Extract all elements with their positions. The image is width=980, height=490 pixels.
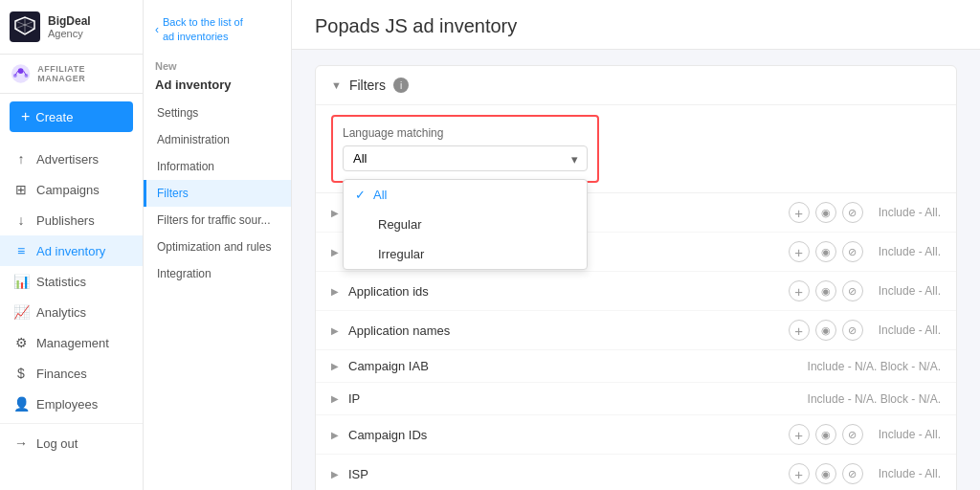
sidebar-item-management[interactable]: ⚙ Management: [0, 327, 143, 358]
filter-row-status: Include - All.: [879, 323, 941, 337]
sidebar-item-ad-inventory[interactable]: ≡ Ad inventory: [0, 235, 143, 266]
sub-section-title: Ad inventory: [144, 76, 291, 100]
svg-point-2: [18, 68, 24, 74]
sidebar-item-logout[interactable]: → Log out: [0, 428, 143, 458]
sidebar-item-finances[interactable]: $ Finances: [0, 358, 143, 389]
filter-toggle-button[interactable]: ◉: [815, 202, 836, 223]
main-body: ▼ Filters i Language matching All Regula…: [292, 50, 980, 490]
dropdown-option-regular[interactable]: Regular: [344, 210, 587, 239]
filter-expand-icon[interactable]: ▶: [331, 286, 339, 297]
sidebar-item-campaigns[interactable]: ⊞ Campaigns: [0, 174, 143, 205]
filter-row: ▶ Application ids + ◉ ⊘ Include - All.: [316, 272, 956, 311]
filter-toggle-button[interactable]: ◉: [815, 241, 836, 262]
sub-sidebar: ‹ Back to the list ofad inventories New …: [144, 0, 292, 490]
language-dropdown-open: ✓ All Regular Irregular: [343, 179, 588, 270]
sidebar-item-analytics[interactable]: 📈 Analytics: [0, 297, 143, 327]
filter-block-button[interactable]: ⊘: [842, 241, 863, 262]
filter-toggle-button[interactable]: ◉: [815, 320, 836, 341]
page-header: Popads JS ad inventory: [292, 0, 980, 50]
sub-nav-optimization[interactable]: Optimization and rules: [144, 234, 291, 260]
filter-add-button[interactable]: +: [789, 241, 810, 262]
filter-expand-icon[interactable]: ▶: [331, 430, 339, 440]
sub-nav-integration[interactable]: Integration: [144, 260, 291, 287]
filter-add-button[interactable]: +: [789, 463, 810, 484]
filter-row-name: Campaign IDs: [348, 428, 781, 442]
filter-expand-icon[interactable]: ▶: [331, 247, 339, 257]
check-icon: ✓: [355, 188, 366, 202]
filter-block-button[interactable]: ⊘: [842, 320, 863, 341]
filter-block-button[interactable]: ⊘: [842, 280, 863, 301]
filter-expand-icon[interactable]: ▶: [331, 393, 339, 404]
plus-icon: +: [21, 108, 30, 125]
filter-row-status: Include - All.: [879, 284, 941, 298]
filter-row-status: Include - N/A. Block - N/A.: [808, 392, 941, 406]
filter-add-button[interactable]: +: [789, 280, 810, 301]
back-label: Back to the list ofad inventories: [163, 15, 243, 45]
analytics-icon: 📈: [13, 304, 29, 320]
filter-row-name: Application ids: [348, 284, 781, 299]
dropdown-option-all[interactable]: ✓ All: [344, 180, 587, 210]
language-matching-select[interactable]: All Regular Irregular: [343, 145, 588, 171]
filter-row: ▶ Campaign IAB Include - N/A. Block - N/…: [316, 350, 956, 383]
sub-nav-filters[interactable]: Filters: [144, 180, 291, 207]
filter-row-status: Include - All.: [879, 245, 941, 258]
affiliate-icon: [10, 62, 32, 85]
nav-divider: [0, 423, 143, 424]
filter-toggle-button[interactable]: ◉: [815, 424, 836, 445]
sidebar-item-publishers[interactable]: ↓ Publishers: [0, 205, 143, 235]
filter-row-actions: + ◉ ⊘: [789, 320, 863, 341]
page-title: Popads JS ad inventory: [315, 15, 957, 37]
logo-area: BigDeal Agency: [0, 0, 143, 55]
filters-header: ▼ Filters i: [316, 66, 956, 105]
filter-row-actions: + ◉ ⊘: [789, 463, 863, 484]
sidebar-item-advertisers[interactable]: ↑ Advertisers: [0, 144, 143, 174]
sub-nav-information[interactable]: Information: [144, 153, 291, 180]
left-sidebar: BigDeal Agency AFFILIATE MANAGER + Creat…: [0, 0, 144, 490]
filter-row: ▶ Campaign IDs + ◉ ⊘ Include - All.: [316, 415, 956, 455]
filter-row-actions: + ◉ ⊘: [789, 202, 863, 223]
filter-expand-icon[interactable]: ▶: [331, 361, 339, 371]
sidebar-item-statistics[interactable]: 📊 Statistics: [0, 266, 143, 297]
dropdown-option-irregular[interactable]: Irregular: [344, 239, 587, 269]
sub-section-label: New: [144, 55, 291, 76]
filters-title: Filters: [349, 78, 386, 93]
filter-row-actions: + ◉ ⊘: [789, 241, 863, 262]
sub-nav-filters-traffic[interactable]: Filters for traffic sour...: [144, 207, 291, 234]
filter-add-button[interactable]: +: [789, 202, 810, 223]
nav-items: ↑ Advertisers ⊞ Campaigns ↓ Publishers ≡…: [0, 140, 143, 490]
filter-row-actions: + ◉ ⊘: [789, 424, 863, 445]
finances-icon: $: [13, 366, 29, 381]
statistics-icon: 📊: [13, 274, 29, 289]
advertisers-icon: ↑: [13, 151, 29, 167]
ad-inventory-icon: ≡: [13, 243, 29, 258]
affiliate-label: AFFILIATE MANAGER: [37, 64, 133, 83]
filter-block-button[interactable]: ⊘: [842, 424, 863, 445]
filter-expand-icon[interactable]: ▶: [331, 469, 339, 479]
filter-expand-icon[interactable]: ▶: [331, 325, 339, 336]
filter-block-button[interactable]: ⊘: [842, 463, 863, 484]
filter-row-status: Include - All.: [879, 206, 941, 219]
back-button[interactable]: ‹ Back to the list ofad inventories: [144, 10, 291, 55]
filters-info-icon: i: [393, 78, 409, 93]
filter-row-name: Campaign IAB: [348, 359, 792, 373]
filter-row-actions: + ◉ ⊘: [789, 280, 863, 301]
sub-nav-administration[interactable]: Administration: [144, 126, 291, 153]
filter-block-button[interactable]: ⊘: [842, 202, 863, 223]
filter-add-button[interactable]: +: [789, 320, 810, 341]
create-button[interactable]: + Create: [10, 101, 133, 132]
filter-row-status: Include - All.: [879, 467, 941, 480]
filter-expand-icon[interactable]: ▶: [331, 208, 339, 218]
filter-row: ▶ Application names + ◉ ⊘ Include - All.: [316, 311, 956, 350]
sidebar-item-employees[interactable]: 👤 Employees: [0, 389, 143, 419]
logo-text: BigDeal Agency: [48, 14, 91, 39]
language-matching-label: Language matching: [343, 126, 588, 140]
sub-nav-settings[interactable]: Settings: [144, 100, 291, 126]
filter-add-button[interactable]: +: [789, 424, 810, 445]
filter-toggle-button[interactable]: ◉: [815, 463, 836, 484]
publishers-icon: ↓: [13, 212, 29, 228]
filter-toggle-button[interactable]: ◉: [815, 280, 836, 301]
back-icon: ‹: [155, 23, 159, 36]
filters-collapse-icon[interactable]: ▼: [331, 79, 342, 91]
affiliate-section: AFFILIATE MANAGER: [0, 55, 143, 94]
filter-row-status: Include - N/A. Block - N/A.: [808, 360, 941, 373]
